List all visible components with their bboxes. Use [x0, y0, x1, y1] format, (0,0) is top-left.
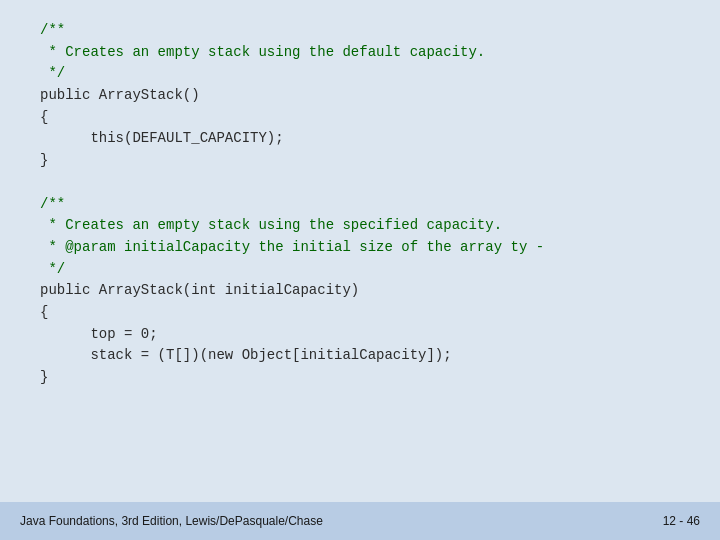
code-line: */ — [40, 63, 680, 85]
code-block: /** * Creates an empty stack using the d… — [40, 20, 680, 389]
footer-left: Java Foundations, 3rd Edition, Lewis/DeP… — [20, 514, 323, 528]
code-line: { — [40, 302, 680, 324]
code-line: this(DEFAULT_CAPACITY); — [40, 128, 680, 150]
footer: Java Foundations, 3rd Edition, Lewis/DeP… — [0, 502, 720, 540]
code-line: /** — [40, 194, 680, 216]
code-line: * Creates an empty stack using the speci… — [40, 215, 680, 237]
code-line: } — [40, 150, 680, 172]
code-line: * Creates an empty stack using the defau… — [40, 42, 680, 64]
code-line: } — [40, 367, 680, 389]
code-line: public ArrayStack(int initialCapacity) — [40, 280, 680, 302]
code-line: public ArrayStack() — [40, 85, 680, 107]
code-container: /** * Creates an empty stack using the d… — [0, 0, 720, 490]
code-line — [40, 172, 680, 194]
code-line: top = 0; — [40, 324, 680, 346]
footer-right: 12 - 46 — [663, 514, 700, 528]
code-line: /** — [40, 20, 680, 42]
code-line: */ — [40, 259, 680, 281]
code-line: { — [40, 107, 680, 129]
code-line: stack = (T[])(new Object[initialCapacity… — [40, 345, 680, 367]
code-line: * @param initialCapacity the initial siz… — [40, 237, 680, 259]
